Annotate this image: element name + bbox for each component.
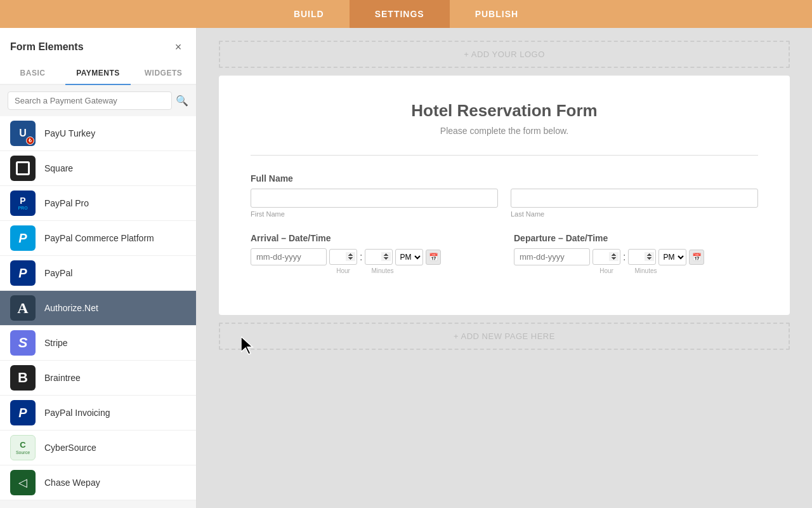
- gateway-logo-stripe: S: [10, 330, 36, 356]
- name-field-row: First Name Last Name: [251, 189, 758, 218]
- departure-colon: :: [623, 251, 625, 263]
- last-name-col: Last Name: [511, 189, 758, 218]
- panel-title: Form Elements: [10, 41, 84, 53]
- departure-hour-input[interactable]: [593, 249, 620, 265]
- form-card: Hotel Reservation Form Please complete t…: [219, 76, 790, 315]
- departure-date-input[interactable]: [514, 248, 590, 265]
- tab-payments[interactable]: PAYMENTS: [65, 62, 131, 84]
- gateway-name-square: Square: [44, 163, 73, 173]
- departure-minutes-label: Minutes: [632, 267, 660, 274]
- arrival-label: Arrival – Date/Time: [251, 233, 495, 243]
- departure-label: Departure – Date/Time: [514, 233, 758, 243]
- tab-build[interactable]: BUILD: [268, 0, 350, 28]
- tab-publish[interactable]: PUBLISH: [450, 0, 544, 28]
- arrival-hour-label: Hour: [329, 267, 357, 274]
- last-name-input[interactable]: [511, 189, 758, 208]
- main-layout: Form Elements × BASIC PAYMENTS WIDGETS 🔍…: [0, 28, 812, 508]
- gateway-list: U ₺ PayU Turkey Square P PRO PayPal Pro …: [0, 116, 196, 508]
- gateway-name-chase-wepay: Chase Wepay: [44, 478, 100, 488]
- departure-group: Departure – Date/Time : AM PM 📅 Hour: [514, 233, 758, 274]
- last-name-sublabel: Last Name: [511, 210, 758, 218]
- gateway-logo-cybersource: C Source: [10, 435, 36, 460]
- tab-settings[interactable]: SETTINGS: [350, 0, 450, 28]
- gateway-name-cybersource: CyberSource: [44, 443, 96, 453]
- gateway-name-stripe: Stripe: [44, 338, 68, 348]
- gateway-item-cybersource[interactable]: C Source CyberSource: [0, 431, 196, 465]
- gateway-logo-authorize-net: A: [10, 295, 36, 321]
- gateway-logo-paypal-pro: P PRO: [10, 190, 36, 216]
- add-logo-bar[interactable]: + ADD YOUR LOGO: [219, 41, 790, 68]
- form-divider: [251, 155, 758, 156]
- gateway-item-square[interactable]: Square: [0, 151, 196, 186]
- departure-calendar-icon[interactable]: 📅: [689, 250, 704, 265]
- form-subtitle: Please complete the form below.: [251, 126, 758, 136]
- full-name-group: Full Name First Name Last Name: [251, 173, 758, 218]
- departure-ampm-select[interactable]: AM PM: [658, 249, 686, 265]
- departure-minutes-input[interactable]: [628, 249, 656, 265]
- arrival-ampm-select[interactable]: AM PM: [395, 249, 423, 265]
- gateway-logo-paypal: P: [10, 260, 36, 286]
- departure-row: : AM PM 📅: [514, 248, 758, 265]
- tab-bar: BASIC PAYMENTS WIDGETS: [0, 62, 196, 85]
- gateway-name-paypal-pro: PayPal Pro: [44, 198, 89, 208]
- gateway-item-paypal-commerce[interactable]: P PayPal Commerce Platform: [0, 221, 196, 256]
- arrival-calendar-icon[interactable]: 📅: [426, 250, 441, 265]
- arrival-colon: :: [360, 251, 362, 263]
- first-name-sublabel: First Name: [251, 210, 498, 218]
- search-container: 🔍: [0, 85, 196, 116]
- arrival-row: : AM PM 📅: [251, 248, 495, 265]
- form-title: Hotel Reservation Form: [251, 101, 758, 121]
- full-name-label: Full Name: [251, 173, 758, 184]
- arrival-minutes-label: Minutes: [369, 267, 396, 274]
- arrival-minutes-input[interactable]: [365, 249, 393, 265]
- gateway-name-paypal-invoicing: PayPal Invoicing: [44, 408, 110, 418]
- first-name-input[interactable]: [251, 189, 498, 208]
- gateway-logo-square: [10, 156, 36, 181]
- gateway-name-paypal: PayPal: [44, 268, 72, 278]
- gateway-logo-braintree: B: [10, 365, 36, 391]
- gateway-name-authorize-net: Authorize.Net: [44, 303, 98, 313]
- panel-header: Form Elements ×: [0, 28, 196, 62]
- arrival-group: Arrival – Date/Time : AM PM 📅 Hour: [251, 233, 495, 274]
- departure-time-labels: Hour Minutes: [593, 267, 758, 274]
- right-panel: + ADD YOUR LOGO Hotel Reservation Form P…: [197, 28, 812, 508]
- arrival-time-labels: Hour Minutes: [329, 267, 495, 274]
- gateway-item-paypal-pro[interactable]: P PRO PayPal Pro: [0, 186, 196, 221]
- gateway-name-braintree: Braintree: [44, 373, 81, 383]
- first-name-col: First Name: [251, 189, 498, 218]
- tab-basic[interactable]: BASIC: [0, 62, 65, 84]
- gateway-item-stripe[interactable]: S Stripe: [0, 326, 196, 361]
- datetime-section: Arrival – Date/Time : AM PM 📅 Hour: [251, 233, 758, 274]
- gateway-item-authorize-net[interactable]: A Authorize.Net: [0, 291, 196, 326]
- gateway-name-payu-turkey: PayU Turkey: [44, 128, 95, 138]
- gateway-logo-payu-turkey: U ₺: [10, 121, 36, 146]
- arrival-hour-input[interactable]: [329, 249, 357, 265]
- gateway-logo-paypal-invoicing: P: [10, 400, 36, 425]
- departure-hour-label: Hour: [593, 267, 620, 274]
- gateway-logo-chase-wepay: ◁: [10, 470, 36, 495]
- top-nav: BUILD SETTINGS PUBLISH: [0, 0, 812, 28]
- left-panel: Form Elements × BASIC PAYMENTS WIDGETS 🔍…: [0, 28, 197, 508]
- close-button[interactable]: ×: [171, 39, 186, 55]
- gateway-logo-paypal-commerce: P: [10, 225, 36, 251]
- gateway-item-payu-turkey[interactable]: U ₺ PayU Turkey: [0, 116, 196, 151]
- gateway-item-paypal[interactable]: P PayPal: [0, 256, 196, 291]
- gateway-name-paypal-commerce: PayPal Commerce Platform: [44, 233, 154, 243]
- add-page-bar[interactable]: + ADD NEW PAGE HERE: [219, 323, 790, 350]
- arrival-date-input[interactable]: [251, 248, 327, 265]
- tab-widgets[interactable]: WIDGETS: [131, 62, 196, 84]
- search-button[interactable]: 🔍: [176, 95, 188, 107]
- gateway-item-braintree[interactable]: B Braintree: [0, 361, 196, 396]
- search-input[interactable]: [8, 91, 172, 110]
- gateway-item-chase-wepay[interactable]: ◁ Chase Wepay: [0, 465, 196, 500]
- gateway-item-paypal-invoicing[interactable]: P PayPal Invoicing: [0, 396, 196, 431]
